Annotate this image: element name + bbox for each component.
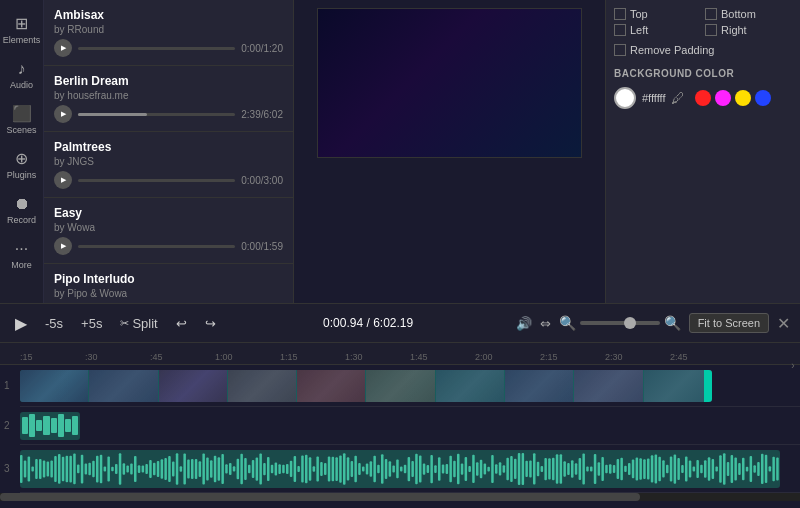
video-track-content[interactable] xyxy=(20,370,712,402)
sidebar-label-scenes: Scenes xyxy=(6,125,36,135)
svg-rect-122 xyxy=(484,463,487,474)
play-btn-3[interactable] xyxy=(54,171,72,189)
svg-rect-154 xyxy=(605,464,608,472)
svg-rect-82 xyxy=(332,456,335,481)
svg-rect-161 xyxy=(632,459,635,478)
svg-rect-5 xyxy=(39,459,42,479)
svg-rect-132 xyxy=(522,453,525,485)
sidebar-item-elements[interactable]: ⊞ Elements xyxy=(0,8,43,53)
svg-rect-16 xyxy=(81,454,84,483)
sidebar-item-audio[interactable]: ♪ Audio xyxy=(0,53,43,98)
svg-rect-67 xyxy=(275,462,278,475)
music-track-1[interactable]: Ambisax by RRound 0:00/1:20 xyxy=(44,0,293,66)
svg-rect-104 xyxy=(415,453,418,483)
play-btn-4[interactable] xyxy=(54,237,72,255)
left-checkbox[interactable] xyxy=(614,24,626,36)
svg-rect-183 xyxy=(715,466,718,471)
sidebar-label-record: Record xyxy=(7,215,36,225)
svg-rect-107 xyxy=(427,464,430,472)
track-bar-4 xyxy=(78,245,235,248)
svg-rect-130 xyxy=(514,458,517,478)
redo-button[interactable]: ↪ xyxy=(200,314,221,333)
zoom-thumb[interactable] xyxy=(624,317,636,329)
right-checkbox[interactable] xyxy=(705,24,717,36)
video-end-handle[interactable] xyxy=(704,370,712,402)
white-swatch[interactable] xyxy=(614,87,636,109)
track-title-1: Ambisax xyxy=(54,8,283,22)
fit-bottom-option[interactable]: Bottom xyxy=(705,8,792,20)
play-btn-1[interactable] xyxy=(54,39,72,57)
record-icon: ⏺ xyxy=(14,196,30,212)
sidebar-item-plugins[interactable]: ⊕ Plugins xyxy=(0,143,43,188)
close-button[interactable]: ✕ xyxy=(777,314,790,333)
ruler-mark-9: 2:30 xyxy=(605,352,670,362)
split-button[interactable]: ✂ Split xyxy=(115,314,162,333)
play-btn-2[interactable] xyxy=(54,105,72,123)
elements-icon: ⊞ xyxy=(15,16,28,32)
zoom-in-icon[interactable]: 🔍 xyxy=(664,315,681,331)
fit-top-option[interactable]: Top xyxy=(614,8,701,20)
svg-rect-172 xyxy=(674,454,677,483)
plus5-button[interactable]: +5s xyxy=(76,314,107,333)
svg-rect-142 xyxy=(560,454,563,483)
svg-rect-64 xyxy=(263,462,266,474)
sidebar-item-scenes[interactable]: ⬛ Scenes xyxy=(0,98,43,143)
music-track-5[interactable]: Pipo Interludo by Pipo & Wowa 0:00/1:22 xyxy=(44,264,293,303)
svg-rect-55 xyxy=(229,462,232,474)
svg-rect-136 xyxy=(537,461,540,476)
svg-rect-59 xyxy=(244,458,247,480)
remove-padding-label: Remove Padding xyxy=(630,44,714,56)
top-checkbox[interactable] xyxy=(614,8,626,20)
svg-rect-15 xyxy=(77,464,80,473)
color-swatch-magenta[interactable] xyxy=(715,90,731,106)
svg-rect-3 xyxy=(31,466,34,471)
svg-rect-22 xyxy=(104,466,107,471)
zoom-slider[interactable] xyxy=(580,321,660,325)
ruler-mark-1: :30 xyxy=(85,352,150,362)
svg-rect-0 xyxy=(20,454,23,482)
timeline-area: :15 :30 :45 1:00 1:15 1:30 1:45 2:00 2:1… xyxy=(0,343,800,508)
audio-track-3-content[interactable] xyxy=(20,450,780,488)
remove-padding-row[interactable]: Remove Padding xyxy=(614,44,792,56)
svg-rect-181 xyxy=(708,457,711,481)
fit-right-option[interactable]: Right xyxy=(705,24,792,36)
track-artist-5: by Pipo & Wowa xyxy=(54,288,283,299)
svg-rect-91 xyxy=(366,463,369,474)
bg-color-section-label: BACKGROUND COLOR xyxy=(614,68,792,79)
undo-button[interactable]: ↩ xyxy=(171,314,192,333)
play-button[interactable]: ▶ xyxy=(10,312,32,335)
svg-rect-42 xyxy=(180,466,183,472)
svg-rect-134 xyxy=(529,460,532,477)
sidebar-item-more[interactable]: ··· More xyxy=(0,233,43,278)
more-icon: ··· xyxy=(15,241,28,257)
audio-track-2-content[interactable] xyxy=(20,412,80,440)
svg-rect-123 xyxy=(487,466,490,471)
fit-screen-button[interactable]: Fit to Screen xyxy=(689,313,769,333)
zoom-out-icon[interactable]: 🔍 xyxy=(559,315,576,331)
svg-rect-62 xyxy=(256,457,259,480)
svg-rect-25 xyxy=(115,464,118,474)
color-swatch-yellow[interactable] xyxy=(735,90,751,106)
color-swatch-blue[interactable] xyxy=(755,90,771,106)
svg-rect-72 xyxy=(294,455,297,481)
svg-rect-89 xyxy=(358,463,361,475)
color-swatch-red[interactable] xyxy=(695,90,711,106)
svg-rect-1 xyxy=(24,460,27,477)
waveform-svg xyxy=(20,450,780,488)
music-track-4[interactable]: Easy by Wowa 0:00/1:59 xyxy=(44,198,293,264)
track-artist-3: by JNGS xyxy=(54,156,283,167)
scrollbar-thumb[interactable] xyxy=(0,493,640,501)
eyedropper-icon[interactable]: 🖊 xyxy=(671,90,685,106)
remove-padding-checkbox[interactable] xyxy=(614,44,626,56)
svg-rect-31 xyxy=(138,465,141,473)
minus5-button[interactable]: -5s xyxy=(40,314,68,333)
bottom-label: Bottom xyxy=(721,8,756,20)
horizontal-scrollbar[interactable] xyxy=(0,493,800,501)
bottom-checkbox[interactable] xyxy=(705,8,717,20)
music-track-2[interactable]: Berlin Dream by housefrau.me 2:39/6:02 xyxy=(44,66,293,132)
sidebar-item-record[interactable]: ⏺ Record xyxy=(0,188,43,233)
music-track-3[interactable]: Palmtrees by JNGS 0:00/3:00 xyxy=(44,132,293,198)
svg-rect-29 xyxy=(130,463,133,474)
svg-rect-11 xyxy=(62,456,65,481)
fit-left-option[interactable]: Left xyxy=(614,24,701,36)
